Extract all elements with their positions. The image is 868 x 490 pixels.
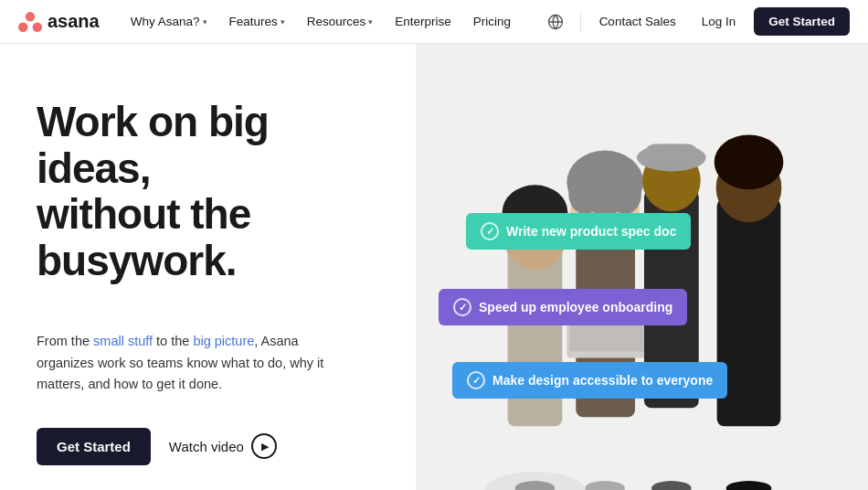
nav-divider xyxy=(580,13,581,31)
nav-pricing[interactable]: Pricing xyxy=(464,9,520,34)
svg-point-2 xyxy=(33,22,42,31)
contact-sales-link[interactable]: Contact Sales xyxy=(592,9,683,34)
check-icon-3: ✓ xyxy=(467,371,485,389)
nav-why-asana[interactable]: Why Asana? ▾ xyxy=(122,9,217,34)
hero-title: Work on big ideas, without the busywork. xyxy=(37,99,379,283)
check-icon-1: ✓ xyxy=(481,222,499,240)
navbar: asana Why Asana? ▾ Features ▾ Resources … xyxy=(0,0,868,44)
nav-resources[interactable]: Resources ▾ xyxy=(298,9,383,34)
svg-point-24 xyxy=(585,481,625,490)
logo-text: asana xyxy=(48,11,100,32)
cta-row: Get Started Watch video ▶ xyxy=(37,428,379,465)
globe-icon xyxy=(547,14,564,30)
language-button[interactable] xyxy=(542,8,569,36)
svg-rect-5 xyxy=(508,244,563,426)
chevron-icon: ▾ xyxy=(368,17,373,27)
login-button[interactable]: Log In xyxy=(694,9,744,34)
chevron-icon: ▾ xyxy=(281,17,285,27)
play-icon: ▶ xyxy=(251,433,277,459)
task-chip-1: ✓ Write new product spec doc xyxy=(466,213,691,250)
hero-right: ✓ Write new product spec doc ✓ Speed up … xyxy=(416,44,868,490)
svg-point-13 xyxy=(609,174,641,214)
task-chip-1-label: Write new product spec doc xyxy=(506,224,676,239)
hero-get-started-button[interactable]: Get Started xyxy=(37,428,151,465)
nav-pricing-label: Pricing xyxy=(473,15,511,28)
main-content: Work on big ideas, without the busywork.… xyxy=(0,44,868,490)
hero-image xyxy=(416,44,868,490)
watch-video-label: Watch video xyxy=(169,439,244,454)
hero-description: From the small stuff to the big picture,… xyxy=(37,331,347,395)
logo[interactable]: asana xyxy=(18,10,100,34)
watch-video-button[interactable]: Watch video ▶ xyxy=(169,433,277,459)
task-chip-3: ✓ Make design accessible to everyone xyxy=(452,362,727,399)
svg-point-0 xyxy=(26,12,35,21)
svg-rect-19 xyxy=(644,144,699,167)
svg-point-25 xyxy=(651,481,692,490)
svg-point-26 xyxy=(726,481,772,490)
task-chip-2-label: Speed up employee onboarding xyxy=(479,300,672,314)
chevron-icon: ▾ xyxy=(203,17,207,27)
nav-why-asana-label: Why Asana? xyxy=(131,15,200,28)
svg-point-22 xyxy=(715,135,784,190)
nav-enterprise-label: Enterprise xyxy=(395,15,451,28)
svg-point-12 xyxy=(568,174,601,214)
hero-left: Work on big ideas, without the busywork.… xyxy=(0,44,416,490)
nav-enterprise[interactable]: Enterprise xyxy=(386,9,460,34)
nav-right: Contact Sales Log In Get Started xyxy=(542,7,850,36)
nav-features[interactable]: Features ▾ xyxy=(220,9,294,34)
check-icon-2: ✓ xyxy=(453,298,471,316)
task-chip-3-label: Make design accessible to everyone xyxy=(492,373,713,388)
task-chip-2: ✓ Speed up employee onboarding xyxy=(439,289,687,325)
asana-logo-icon xyxy=(18,10,42,34)
nav-features-label: Features xyxy=(229,15,278,28)
nav-links: Why Asana? ▾ Features ▾ Resources ▾ Ente… xyxy=(122,9,542,34)
nav-get-started-button[interactable]: Get Started xyxy=(754,7,850,36)
nav-resources-label: Resources xyxy=(307,15,366,28)
svg-point-1 xyxy=(18,22,27,31)
